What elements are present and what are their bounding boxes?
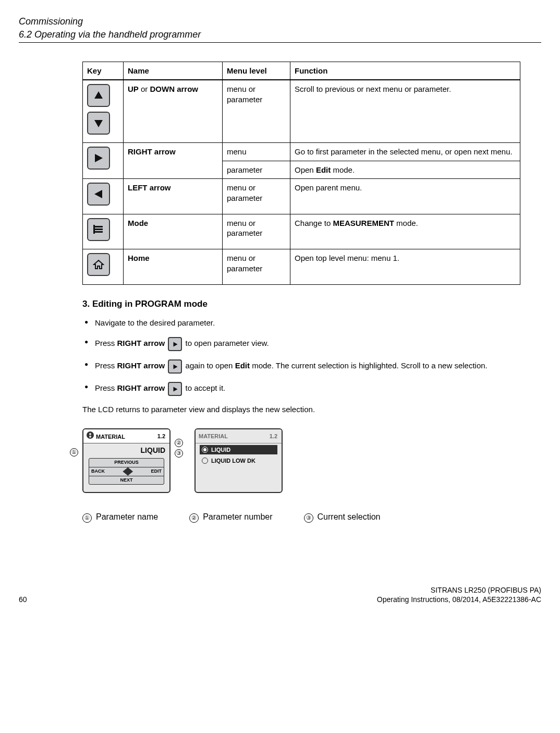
cell-key-mode [83, 214, 124, 249]
text: again to open [186, 362, 235, 370]
cell-level-home: menu or parameter [223, 249, 290, 285]
radio-selected-icon [202, 447, 208, 453]
cell-level-mode: menu or parameter [223, 214, 290, 249]
cell-level-right-2: parameter [223, 161, 290, 179]
text: mode. The current selection is highlight… [250, 362, 488, 370]
right-arrow-icon [87, 147, 110, 170]
th-key: Key [83, 62, 124, 80]
svg-marker-3 [94, 190, 102, 198]
svg-marker-9 [173, 342, 177, 346]
th-function: Function [290, 62, 520, 80]
text: or [139, 85, 150, 93]
cell-name-updown: UP or DOWN arrow [124, 80, 223, 143]
text: mode. [331, 165, 355, 174]
nav-diamond-icon [120, 467, 135, 476]
cell-func-left: Open parent menu. [290, 179, 520, 214]
text: Press [95, 339, 117, 348]
th-level: Menu level [223, 62, 290, 80]
svg-rect-5 [94, 229, 103, 230]
table-row: RIGHT arrow menu Go to first parameter i… [83, 143, 520, 161]
lcd-edit-view: MATERIAL 1.2 LIQUID LIQUID LOW DK [194, 428, 283, 493]
cell-name-home: Home [124, 249, 223, 285]
table-row: Home menu or parameter Open top level me… [83, 249, 520, 285]
legend-label: Current selection [318, 512, 381, 521]
main-content: Key Name Menu level Function UP or DOWN … [82, 62, 520, 523]
cell-func-mode: Change to MEASUREMENT mode. [290, 214, 520, 249]
text: mode. [394, 219, 418, 227]
cell-level-right-1: menu [223, 143, 290, 161]
left-arrow-icon [87, 183, 110, 206]
text: Open [295, 165, 316, 174]
header-title: Commissioning [19, 16, 541, 28]
svg-marker-10 [173, 364, 177, 369]
text: Press [95, 384, 117, 393]
svg-rect-7 [93, 225, 95, 234]
cell-key-right [83, 143, 124, 179]
radio-unselected-icon [202, 458, 208, 464]
nav-edit: EDIT [151, 468, 162, 475]
section-heading: 3. Editing in PROGRAM mode [82, 298, 520, 310]
legend-label: Parameter name [96, 512, 158, 521]
list-item: Press RIGHT arrow to accept it. [82, 382, 520, 396]
right-arrow-icon [168, 359, 182, 374]
option-label: LIQUID LOW DK [211, 457, 255, 464]
header-subtitle: 6.2 Operating via the handheld programme… [19, 29, 541, 41]
svg-marker-1 [94, 120, 103, 127]
cell-func-right-2: Open Edit mode. [290, 161, 520, 179]
legend-num-2-icon: ② [189, 513, 199, 523]
table-header-row: Key Name Menu level Function [83, 62, 520, 80]
bold-text: Edit [316, 165, 331, 174]
th-name: Name [124, 62, 223, 80]
table-row: Mode menu or parameter Change to MEASURE… [83, 214, 520, 249]
nav-previous: PREVIOUS [89, 459, 164, 467]
callout-1-icon: ① [70, 448, 78, 456]
lcd-param-number: 1.2 [157, 432, 165, 440]
bold-text: DOWN arrow [150, 85, 199, 93]
list-item: Press RIGHT arrow again to open Edit mod… [82, 359, 520, 374]
bold-text: RIGHT arrow [117, 362, 165, 370]
callout-legend: ①Parameter name ②Parameter number ③Curre… [82, 512, 520, 523]
svg-marker-0 [94, 91, 103, 99]
svg-marker-8 [94, 260, 103, 269]
nav-next: NEXT [89, 476, 164, 485]
callout-2-icon: ② [175, 439, 183, 447]
instruction-list: Navigate to the desired parameter. Press… [82, 317, 520, 396]
svg-rect-6 [94, 231, 103, 233]
bold-text: UP [128, 85, 139, 93]
list-item: Press RIGHT arrow to open parameter view… [82, 337, 520, 351]
cell-key-updown [83, 80, 124, 143]
table-row: UP or DOWN arrow menu or parameter Scrol… [83, 80, 520, 143]
lcd-nav-pad: PREVIOUS BACK EDIT NEXT [89, 458, 164, 485]
header-rule [19, 42, 541, 43]
lcd-option-selected: LIQUID [200, 445, 277, 454]
text: Press [95, 362, 117, 370]
lcd-title: MATERIAL [199, 432, 228, 440]
cell-name-left: LEFT arrow [124, 179, 223, 214]
cell-level-updown: menu or parameter [223, 80, 290, 143]
mode-icon [87, 218, 110, 241]
svg-marker-11 [173, 387, 177, 391]
cell-func-home: Open top level menu: menu 1. [290, 249, 520, 285]
option-label: LIQUID [211, 446, 230, 453]
menu-dots-icon [87, 431, 94, 439]
cell-name-right: RIGHT arrow [124, 143, 223, 179]
nav-back: BACK [91, 468, 105, 475]
bold-text: RIGHT arrow [117, 384, 165, 393]
legend-num-3-icon: ③ [304, 513, 313, 523]
home-icon [87, 253, 110, 276]
lcd-parameter-view: ① ② ③ MATERIAL 1.2 LIQUID PREVIOUS BACK … [82, 428, 171, 493]
right-arrow-icon [168, 382, 182, 396]
cell-name-mode: Mode [124, 214, 223, 249]
text: to accept it. [186, 384, 226, 393]
lcd-param-number: 1.2 [270, 432, 277, 440]
footer-doc-info: Operating Instructions, 08/2014, A5E3222… [377, 595, 541, 604]
svg-marker-2 [95, 154, 103, 162]
legend-num-1-icon: ① [82, 513, 92, 523]
text: to open parameter view. [186, 339, 269, 348]
page-footer: 60 SITRANS LR250 (PROFIBUS PA) Operating… [19, 585, 541, 604]
lcd-title: MATERIAL [96, 434, 125, 440]
down-arrow-icon [87, 112, 110, 135]
cell-key-left [83, 179, 124, 214]
lcd-current-value: LIQUID [83, 443, 169, 455]
cell-func-updown: Scroll to previous or next menu or param… [290, 80, 520, 143]
